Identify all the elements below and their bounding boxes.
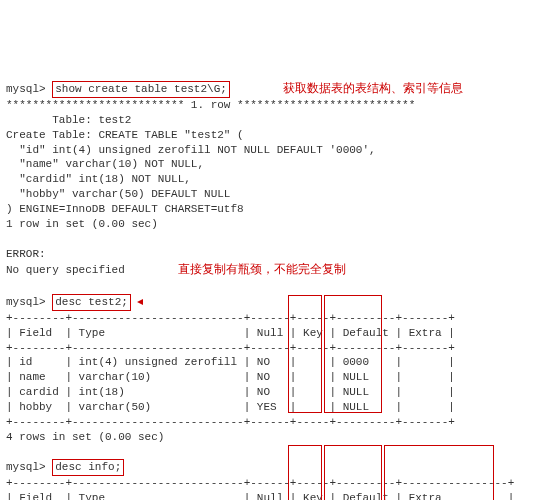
prompt: mysql> [6,296,46,308]
annotation-1: 获取数据表的表结构、索引等信息 [283,80,463,96]
table1-sep: +--------+--------------------------+---… [6,416,455,428]
arrow-icon: ◂ [137,293,143,309]
command-3[interactable]: desc info; [52,459,124,476]
rowcount-2: 4 rows in set (0.00 sec) [6,431,164,443]
col-id: "id" int(4) unsigned zerofill NOT NULL D… [6,144,376,156]
prompt: mysql> [6,461,46,473]
prompt: mysql> [6,83,46,95]
col-name: "name" varchar(10) NOT NULL, [6,158,204,170]
error-label: ERROR: [6,248,46,260]
row-divider: *************************** 1. row *****… [6,99,415,111]
table1-head: | Field | Type | Null | Key | Default | … [6,327,455,339]
table-row: | cardid | int(18) | NO | | NULL | | [6,386,455,398]
table2-head: | Field | Type | Null | Key | Default | … [6,492,514,500]
table2-sep: +--------+--------------------------+---… [6,477,514,489]
table-label: Table: test2 [6,114,131,126]
col-cardid: "cardid" int(18) NOT NULL, [6,173,191,185]
error-msg: No query specified [6,264,125,276]
terminal-output: mysql> show create table test2\G; 获取数据表的… [6,65,551,500]
engine-line: ) ENGINE=InnoDB DEFAULT CHARSET=utf8 [6,203,244,215]
command-1[interactable]: show create table test2\G; [52,81,230,98]
command-2[interactable]: desc test2; [52,294,131,311]
col-hobby: "hobby" varchar(50) DEFAULT NULL [6,188,230,200]
table-row: | id | int(4) unsigned zerofill | NO | |… [6,356,455,368]
table1-sep: +--------+--------------------------+---… [6,312,455,324]
annotation-2: 直接复制有瓶颈，不能完全复制 [178,261,346,277]
table-row: | hobby | varchar(50) | YES | | NULL | | [6,401,455,413]
rowcount-1: 1 row in set (0.00 sec) [6,218,158,230]
table1-sep: +--------+--------------------------+---… [6,342,455,354]
create-table-line: Create Table: CREATE TABLE "test2" ( [6,129,244,141]
table-row: | name | varchar(10) | NO | | NULL | | [6,371,455,383]
